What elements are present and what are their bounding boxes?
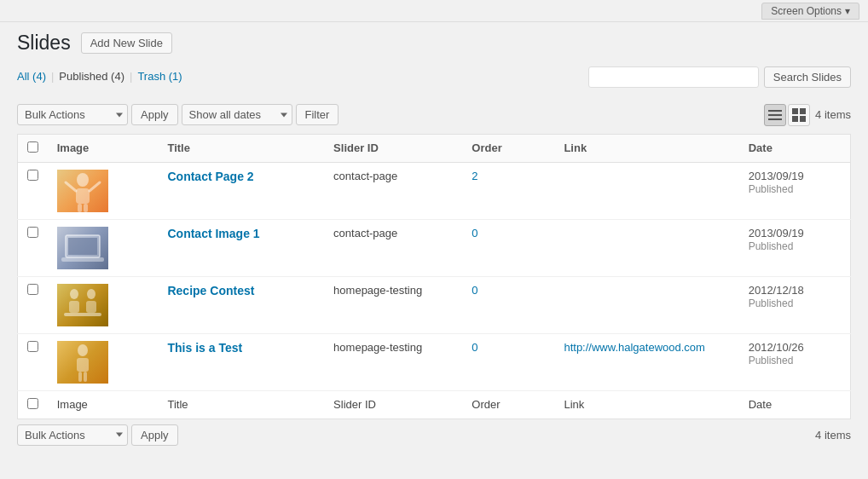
apply-button-bottom[interactable]: Apply [131, 424, 178, 446]
svg-rect-3 [792, 108, 798, 114]
post-title-link-1[interactable]: Contact Page 2 [167, 170, 253, 183]
col-order-footer: Order [463, 390, 555, 418]
dates-filter-select[interactable]: Show all dates [182, 104, 292, 125]
table-row: Recipe Contest homepage-testing 0 2012/1… [18, 276, 851, 333]
row-link-cell [555, 219, 739, 276]
filter-nav: All (4) | Published (4) | Trash (1) [17, 70, 182, 83]
order-link-3[interactable]: 0 [472, 284, 477, 297]
screen-options-button[interactable]: Screen Options ▾ [761, 3, 859, 20]
page-title: Slides [17, 31, 71, 56]
row-order-cell: 0 [463, 276, 555, 333]
svg-rect-8 [76, 188, 90, 204]
tablenav-bottom: Bulk Actions Apply 4 items [17, 424, 851, 446]
search-slides-button[interactable]: Search Slides [764, 66, 851, 88]
row-order-cell: 2 [463, 162, 555, 219]
col-checkbox-footer [18, 390, 49, 418]
order-link-4[interactable]: 0 [472, 341, 477, 354]
row-sliderid-cell: contact-page [325, 219, 463, 276]
thumbnail-1 [57, 170, 108, 212]
table-row: This is a Test homepage-testing 0 http:/… [18, 333, 851, 390]
bulk-actions-wrapper: Bulk Actions [17, 104, 128, 125]
thumbnail-2 [57, 227, 108, 269]
col-order-header: Order [463, 134, 555, 162]
svg-rect-6 [800, 116, 806, 122]
select-all-checkbox-top[interactable] [27, 141, 38, 153]
svg-rect-14 [68, 238, 97, 255]
table-row: Contact Image 1 contact-page 0 2013/09/1… [18, 219, 851, 276]
row-checkbox-2[interactable] [27, 227, 38, 238]
row-date-cell: 2012/10/26 Published [740, 333, 851, 390]
tablenav-right: 4 items [764, 104, 851, 126]
bulk-actions-bottom-wrapper: Bulk Actions [17, 424, 128, 446]
row-status-4: Published [749, 355, 794, 366]
svg-rect-1 [768, 114, 782, 116]
svg-rect-11 [78, 204, 82, 212]
svg-point-21 [78, 344, 88, 356]
grid-view-icon[interactable] [788, 104, 810, 126]
table-row: Contact Page 2 contact-page 2 2013/09/19… [18, 162, 851, 219]
list-view-icon[interactable] [764, 104, 786, 126]
bulk-actions-select-bottom[interactable]: Bulk Actions [17, 424, 128, 446]
svg-rect-2 [768, 118, 782, 120]
row-date-2: 2013/09/19 [749, 227, 804, 240]
row-link-cell: http://www.halgatewood.com [555, 333, 739, 390]
filter-button[interactable]: Filter [296, 104, 339, 125]
row-checkbox-3[interactable] [27, 284, 38, 295]
page-title-row: Slides Add New Slide [17, 31, 851, 56]
row-link-cell [555, 276, 739, 333]
row-checkbox-4[interactable] [27, 341, 38, 352]
svg-point-7 [77, 173, 89, 187]
bulk-actions-select[interactable]: Bulk Actions [17, 104, 128, 125]
col-image-header: Image [49, 134, 159, 162]
row-checkbox-cell [18, 333, 49, 390]
post-title-link-2[interactable]: Contact Image 1 [167, 227, 259, 240]
row-sliderid-cell: homepage-testing [325, 276, 463, 333]
row-sliderid-cell: contact-page [325, 162, 463, 219]
svg-rect-4 [800, 108, 806, 114]
tablenav-bottom-left: Bulk Actions Apply [17, 424, 178, 446]
col-link-footer: Link [555, 390, 739, 418]
dates-filter-wrapper: Show all dates [182, 104, 292, 125]
order-link-2[interactable]: 0 [472, 227, 477, 240]
row-status-2: Published [749, 240, 794, 252]
items-count-bottom: 4 items [815, 429, 851, 441]
post-title-link-4[interactable]: This is a Test [167, 341, 242, 355]
top-bar: Screen Options ▾ [0, 0, 868, 22]
row-checkbox-1[interactable] [27, 170, 38, 181]
add-new-slide-button[interactable]: Add New Slide [81, 32, 172, 54]
external-link-4[interactable]: http://www.halgatewood.com [564, 341, 704, 354]
col-title-header: Title [159, 134, 325, 162]
row-date-3: 2012/12/18 [749, 284, 804, 297]
svg-rect-15 [61, 257, 104, 262]
col-checkbox-header [18, 134, 49, 162]
svg-rect-20 [64, 313, 101, 316]
filter-published-link[interactable]: Published (4) [59, 70, 124, 83]
view-toggle [764, 104, 810, 126]
svg-rect-0 [768, 110, 782, 112]
svg-rect-24 [84, 372, 87, 382]
row-image-cell [49, 162, 159, 219]
filter-trash-link[interactable]: Trash (1) [137, 70, 182, 83]
svg-rect-12 [84, 204, 88, 212]
row-title-cell: Contact Image 1 [159, 219, 325, 276]
apply-button-top[interactable]: Apply [131, 104, 178, 125]
post-title-link-3[interactable]: Recipe Contest [167, 284, 254, 297]
svg-point-17 [87, 289, 95, 299]
svg-rect-5 [792, 116, 798, 122]
chevron-down-icon: ▾ [845, 5, 850, 17]
col-image-footer: Image [49, 390, 159, 418]
slides-table: Image Title Slider ID Order Link Date Co… [17, 134, 851, 419]
table-header-row: Image Title Slider ID Order Link Date [18, 134, 851, 162]
filter-all-link[interactable]: All (4) [17, 70, 46, 83]
search-input[interactable] [588, 66, 759, 88]
select-all-checkbox-bottom[interactable] [27, 398, 38, 409]
row-image-cell [49, 333, 159, 390]
row-checkbox-cell [18, 276, 49, 333]
search-row: Search Slides [588, 66, 851, 88]
svg-rect-18 [69, 301, 79, 313]
row-title-cell: Recipe Contest [159, 276, 325, 333]
row-sliderid-cell: homepage-testing [325, 333, 463, 390]
items-count-top: 4 items [815, 108, 851, 121]
order-link-1[interactable]: 2 [472, 170, 477, 182]
row-title-cell: Contact Page 2 [159, 162, 325, 219]
